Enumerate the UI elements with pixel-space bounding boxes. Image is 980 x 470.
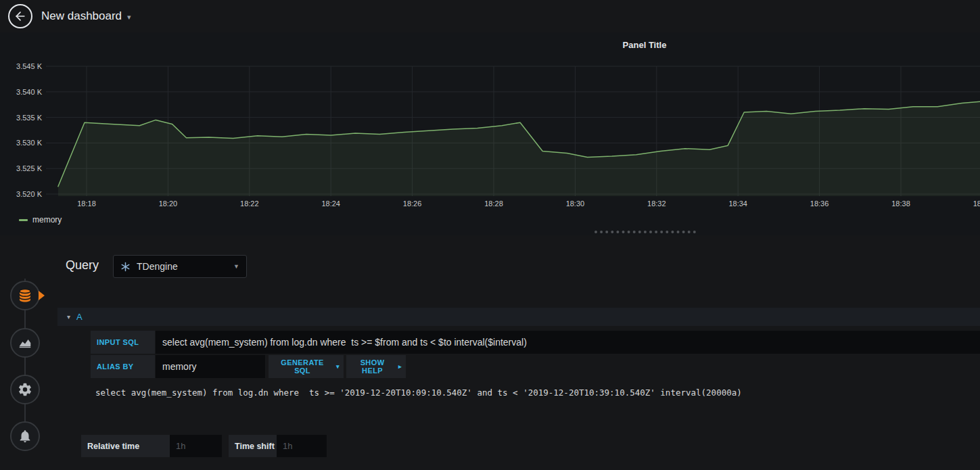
tab-general[interactable] <box>10 375 40 404</box>
datasource-name: TDengine <box>137 261 178 272</box>
svg-text:18:22: 18:22 <box>240 199 259 208</box>
time-shift-label: Time shift <box>229 435 277 457</box>
back-button[interactable] <box>8 4 32 28</box>
svg-text:18:36: 18:36 <box>810 199 829 208</box>
query-ref-id: A <box>76 312 83 322</box>
tdengine-logo-icon <box>120 262 131 272</box>
topbar: New dashboard ▾ <box>0 0 980 32</box>
input-sql-label: INPUT SQL <box>91 331 155 354</box>
time-shift-field[interactable] <box>277 435 327 457</box>
chart-panel: 18:1818:2018:2218:2418:2618:2818:3018:32… <box>0 32 980 235</box>
show-help-label: SHOW HELP <box>350 358 394 375</box>
svg-text:3.520 K: 3.520 K <box>16 190 43 198</box>
svg-text:18:38: 18:38 <box>891 199 910 208</box>
svg-text:3.535 K: 3.535 K <box>16 114 43 122</box>
svg-text:18:32: 18:32 <box>647 199 666 208</box>
gear-icon <box>18 382 32 397</box>
alias-by-label: ALIAS BY <box>91 355 155 378</box>
generated-sql-text: select avg(mem_system) from log.dn where… <box>95 387 742 398</box>
caret-down-icon: ▾ <box>336 363 340 370</box>
svg-text:18:18: 18:18 <box>77 199 96 208</box>
input-sql-field[interactable] <box>156 331 980 354</box>
legend-series-name[interactable]: memory <box>32 215 62 225</box>
svg-text:3.530 K: 3.530 K <box>16 139 43 147</box>
tab-queries[interactable] <box>10 281 40 310</box>
grafana-app: New dashboard ▾ 18:1818:2018:2218:2418:2… <box>0 0 980 470</box>
datasource-picker[interactable]: TDengine ▼ <box>113 255 247 278</box>
generate-sql-button[interactable]: GENERATE SQL ▾ <box>269 355 344 378</box>
active-tab-arrow <box>39 291 45 300</box>
dashboard-title: New dashboard <box>41 9 122 23</box>
query-ref-row[interactable]: ▾ A <box>57 308 980 326</box>
collapse-caret-icon[interactable]: ▾ <box>67 313 70 321</box>
caret-down-icon: ▼ <box>233 263 239 270</box>
svg-text:3.540 K: 3.540 K <box>16 88 43 96</box>
panel-title[interactable]: Panel Title <box>623 40 667 50</box>
bell-icon <box>18 429 32 444</box>
database-icon <box>17 287 33 304</box>
tab-visualization[interactable] <box>10 328 40 358</box>
alias-by-field[interactable] <box>156 355 265 378</box>
caret-right-icon: ▸ <box>398 363 402 370</box>
svg-text:18:40: 18:40 <box>973 199 980 208</box>
panel-resize-handle[interactable] <box>594 231 696 233</box>
svg-text:18:20: 18:20 <box>159 199 178 208</box>
section-title: Query <box>66 258 99 273</box>
svg-text:18:26: 18:26 <box>403 199 422 208</box>
relative-time-label: Relative time <box>81 435 170 457</box>
arrow-left-icon <box>14 9 27 23</box>
chart-svg[interactable]: 18:1818:2018:2218:2418:2618:2818:3018:32… <box>0 32 980 235</box>
show-help-button[interactable]: SHOW HELP ▸ <box>346 355 406 378</box>
svg-text:18:28: 18:28 <box>484 199 503 208</box>
svg-text:18:24: 18:24 <box>321 199 340 208</box>
graph-icon <box>18 335 32 350</box>
caret-down-icon: ▾ <box>127 11 131 22</box>
svg-text:18:30: 18:30 <box>566 199 585 208</box>
dashboard-title-dropdown[interactable]: New dashboard ▾ <box>41 0 131 32</box>
relative-time-field[interactable] <box>170 435 222 457</box>
svg-text:3.545 K: 3.545 K <box>16 62 43 70</box>
svg-text:3.525 K: 3.525 K <box>16 164 43 172</box>
tab-alert[interactable] <box>10 421 40 451</box>
legend: memory <box>19 215 62 225</box>
legend-color-swatch[interactable] <box>19 219 28 221</box>
svg-text:18:34: 18:34 <box>728 199 747 208</box>
generate-sql-label: GENERATE SQL <box>273 358 332 375</box>
